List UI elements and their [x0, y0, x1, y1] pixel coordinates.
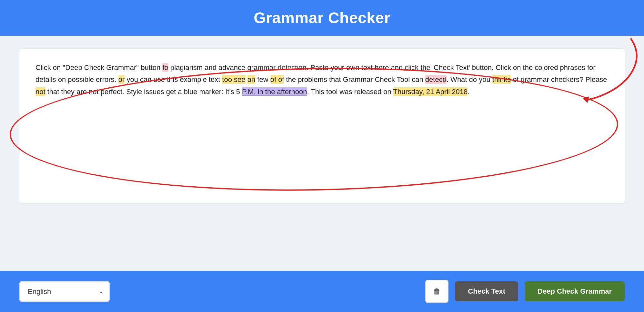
highlight-thinks[interactable]: thinks [492, 75, 511, 84]
text-part-9: that they are not perfect. Style issues … [45, 88, 242, 96]
trash-button[interactable]: 🗑 [425, 280, 448, 303]
language-selector-wrapper[interactable]: English Spanish French German Portuguese… [19, 281, 110, 302]
language-select[interactable]: English Spanish French German Portuguese [19, 281, 110, 302]
highlight-detecd[interactable]: detecd [425, 75, 447, 84]
highlight-not[interactable]: not [35, 87, 45, 96]
page-header: Grammar Checker [0, 0, 644, 36]
highlight-date[interactable]: Thursday, 21 April 2018 [393, 87, 468, 96]
text-part-8: of grammar checkers? Please [511, 75, 607, 83]
main-content: Click on "Deep Check Grammar" button fo … [0, 36, 644, 271]
text-part-7: . What do you [447, 75, 492, 83]
text-editor[interactable]: Click on "Deep Check Grammar" button fo … [19, 49, 625, 203]
text-part-4 [246, 75, 247, 83]
text-part-1: Click on "Deep Check Grammar" button [35, 63, 162, 72]
highlight-of-of[interactable]: of of [270, 75, 284, 84]
text-part-5: few [255, 75, 270, 83]
check-text-button[interactable]: Check Text [455, 281, 518, 301]
highlight-fo[interactable]: fo [162, 63, 168, 72]
highlight-or[interactable]: or [118, 75, 125, 84]
deep-check-grammar-button[interactable]: Deep Check Grammar [525, 281, 625, 301]
trash-icon: 🗑 [433, 287, 441, 296]
highlight-too-see[interactable]: too see [222, 75, 245, 84]
text-part-10: . This tool was released on [307, 88, 393, 96]
footer-buttons: 🗑 Check Text Deep Check Grammar [425, 280, 625, 303]
highlight-an[interactable]: an [247, 75, 255, 84]
text-part-11: . [468, 88, 469, 96]
page-title: Grammar Checker [13, 9, 631, 27]
text-part-6: the problems that Grammar Check Tool can [284, 75, 425, 83]
footer: English Spanish French German Portuguese… [0, 271, 644, 312]
text-part-3: you can use this example text [125, 75, 222, 83]
highlight-pm-afternoon[interactable]: P.M. in the afternoon [242, 87, 307, 96]
